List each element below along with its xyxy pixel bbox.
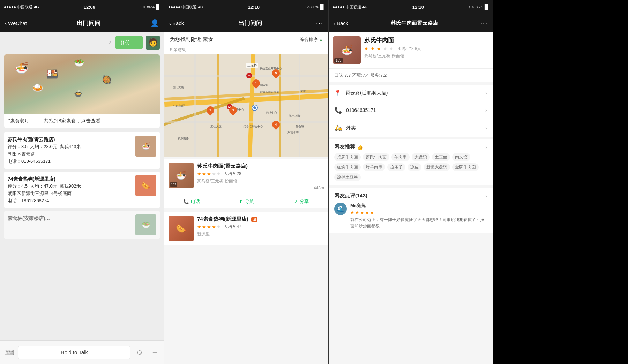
arrow-icon-2: ↑ xyxy=(304,5,306,9)
keyboard-button[interactable]: ⌨ xyxy=(3,346,15,359)
recommendations-arrow-icon[interactable]: › xyxy=(485,144,487,150)
reviewer-stars: ★ ★ ★ ★ ★ xyxy=(350,210,487,215)
s3-header-info: 苏氏牛肉面 ★ ★ ★ ★ ★ 143条 ¥28/人 亮马桥/三元桥 粉面馆 xyxy=(364,36,488,59)
action-phone-1[interactable]: 📞 电话 xyxy=(164,195,219,208)
back-button-2[interactable]: ‹ Back xyxy=(169,20,184,26)
tag-12[interactable]: 凉拌土豆丝 xyxy=(334,173,361,181)
restaurant-phone-2: 电话：18612868274 xyxy=(8,197,132,205)
tag-5[interactable]: 肉夹馍 xyxy=(452,153,470,161)
nav-more-2[interactable]: ··· xyxy=(316,20,323,27)
s2-card-2[interactable]: 🌭 74素食热狗(新源里店) 团 ★ ★ ★ ★ ★ 人均 ¥ 47 xyxy=(164,212,328,245)
chat-card[interactable]: 🍜 🍱 🥗 🍛 🥘 🍲 "素食餐厅" —— 共找到8家素食，点击查看 xyxy=(4,54,160,128)
arrow-icon-1: ↑ xyxy=(140,5,142,9)
carrier-1: 中国联通 xyxy=(17,5,32,10)
nav-right-1[interactable]: 👤 xyxy=(150,19,159,27)
map-label-7: 左家庄6区 xyxy=(173,104,185,108)
status-bar-3: 中国联通 4G 12:10 ↑ ⌾ 86% ▉ xyxy=(329,0,493,14)
time-3: 12:10 xyxy=(412,5,424,10)
hold-to-talk-button[interactable]: Hold to Talk xyxy=(18,346,130,359)
arrow-icon-3: ↑ xyxy=(469,5,470,9)
user-avatar: 🧑 xyxy=(146,36,160,50)
restaurant-item-1[interactable]: 苏氏牛肉面(霄云路店) 评分：3.5 人均：28.0元 离我443米 朝阳区霄云… xyxy=(4,132,160,169)
battery-icon-3: ▉ xyxy=(485,4,488,10)
s2-restaurant-name-1: 苏氏牛肉面(霄云路店) xyxy=(197,163,324,169)
address-row[interactable]: 📍 霄云路(近鹏润大厦) › xyxy=(329,85,493,101)
tag-3[interactable]: 大盘鸡 xyxy=(412,153,430,161)
network-3: 4G xyxy=(362,5,368,9)
s3-subtitle: 亮马桥/三元桥 粉面馆 xyxy=(364,53,488,59)
voice-bubble[interactable]: ((·)) xyxy=(115,36,143,49)
tag-2[interactable]: 羊肉串 xyxy=(391,153,410,161)
restaurant-info-2: 74素食热狗(新源里店) 评分：4.5 人均：47.0元 离我902米 朝阳区新… xyxy=(8,175,132,205)
restaurant-name-2: 74素食热狗(新源里店) xyxy=(8,175,132,183)
restaurant-details-2: 评分：4.5 人均：47.0元 离我902米 xyxy=(8,183,132,190)
tag-10[interactable]: 新疆大盘鸡 xyxy=(424,163,450,171)
bluetooth-icon-3: ⌾ xyxy=(472,5,474,9)
map-label-15: 蓝色海 xyxy=(296,124,304,128)
s2-thumb-2: 🌭 xyxy=(169,216,194,241)
network-2: 4G xyxy=(198,5,203,9)
more-icon-3: ··· xyxy=(480,20,488,27)
tag-9[interactable]: 凉皮 xyxy=(408,163,421,171)
bluetooth-icon-1: ⌾ xyxy=(143,5,145,9)
nav-more-3[interactable]: ··· xyxy=(480,20,488,27)
back-button-3[interactable]: ‹ Back xyxy=(334,20,348,26)
map-pin-4[interactable]: 4 xyxy=(272,121,280,128)
restaurant-thumb-3: 🥗 xyxy=(135,214,156,235)
tag-1[interactable]: 苏氏牛肉面 xyxy=(363,153,389,161)
map-label-10: 第一上海中 xyxy=(289,114,303,118)
map-pin-2[interactable]: 2 xyxy=(207,106,214,114)
nav-title-1: 出门问问 xyxy=(77,19,100,27)
tag-4[interactable]: 土豆丝 xyxy=(432,153,450,161)
result-tag[interactable]: 素食 xyxy=(203,36,213,42)
star2: ★ xyxy=(202,171,206,176)
s3-main-thumb: 🍜 103 xyxy=(333,36,361,64)
carrier-3: 中国联通 xyxy=(346,5,361,10)
map-pin-3[interactable]: 3 xyxy=(229,106,237,114)
signal-dots-1 xyxy=(4,6,16,8)
restaurant-thumb-2: 🌭 xyxy=(135,175,156,196)
add-button[interactable]: ＋ xyxy=(149,346,161,359)
back-button-1[interactable]: ‹ WeChat xyxy=(5,20,27,26)
reviews-arrow-icon[interactable]: › xyxy=(485,193,487,199)
restaurant-name-3: 素食林(安家楼店)… xyxy=(8,214,132,222)
tag-0[interactable]: 招牌牛肉面 xyxy=(334,153,361,161)
tag-8[interactable]: 拉条子 xyxy=(387,163,405,171)
tags-container: 招牌牛肉面 苏氏牛肉面 羊肉串 大盘鸡 土豆丝 肉夹馍 红烧牛肉面 烤羊肉串 拉… xyxy=(329,153,493,185)
nav-title-3: 苏氏牛肉面霄云路店 xyxy=(391,20,438,26)
battery-2: 86% xyxy=(311,5,319,9)
s2-price-1: 人均 ¥ 28 xyxy=(224,171,241,177)
share-action-icon-1: ↗ xyxy=(294,199,298,204)
screen3-body: 🍜 103 苏氏牛肉面 ★ ★ ★ ★ ★ 143条 ¥28/人 亮马桥/三元桥… xyxy=(329,32,493,364)
s2-card-1[interactable]: 🍜 103 苏氏牛肉面(霄云路店) ★ ★ ★ ★ ★ 人均 ¥ 28 亮马桥/… xyxy=(164,159,328,195)
recommendations-section-title: 网友推荐 👍 › xyxy=(329,139,493,153)
review-count: 143条 xyxy=(396,46,407,52)
status-bar-1: 中国联通 4G 12:09 ↑ ⌾ 86% ▉ xyxy=(0,0,164,14)
restaurant-item-2[interactable]: 74素食热狗(新源里店) 评分：4.5 人均：47.0元 离我902米 朝阳区新… xyxy=(4,172,160,208)
more-icon-2: ··· xyxy=(316,20,323,27)
s2-info-2: 74素食热狗(新源里店) 团 ★ ★ ★ ★ ★ 人均 ¥ 47 新源里 xyxy=(197,216,324,241)
map-area[interactable]: 三元桥 双盈嘉业商务中心 国际港 国门大厦 新恒基国际大厦 爱家 左家庄6区 天… xyxy=(164,54,328,157)
s3-header-card: 🍜 103 苏氏牛肉面 ★ ★ ★ ★ ★ 143条 ¥28/人 亮马桥/三元桥… xyxy=(329,32,493,69)
person-icon-1: 👤 xyxy=(150,19,159,27)
phone-row[interactable]: 📞 01064635171 › xyxy=(329,101,493,119)
map-pin-5[interactable]: 5 xyxy=(272,69,280,77)
delivery-row[interactable]: 🛵 外卖 › xyxy=(329,119,493,139)
result-prefix: 为您找到附近 xyxy=(170,36,201,42)
action-navigate-1[interactable]: ⬆ 导航 xyxy=(219,195,274,208)
restaurant-item-3[interactable]: 素食林(安家楼店)… 🥗 xyxy=(4,211,160,239)
screen1-body: 2" ((·)) 🧑 🍜 🍱 🥗 🍛 🥘 🍲 "素食餐厅" —— 共找到8家 xyxy=(0,32,164,340)
sort-button[interactable]: 综合排序 ▲ xyxy=(300,37,323,43)
emoji-button[interactable]: ☺ xyxy=(133,346,146,359)
s2-restaurant-name-2: 74素食热狗(新源里店) 团 xyxy=(197,216,324,222)
tag-11[interactable]: 金牌牛肉面 xyxy=(452,163,479,171)
action-share-1[interactable]: ↗ 分享 xyxy=(274,195,328,208)
divider-s2-1 xyxy=(164,208,328,210)
s3-stars-row: ★ ★ ★ ★ ★ 143条 ¥28/人 xyxy=(364,46,488,52)
map-pin-1[interactable]: 1 xyxy=(252,79,260,87)
tag-6[interactable]: 红烧牛肉面 xyxy=(334,163,361,171)
tag-7[interactable]: 烤羊肉串 xyxy=(363,163,385,171)
keyboard-icon: ⌨ xyxy=(4,348,14,357)
chat-card-text: "素食餐厅" —— 共找到8家素食，点击查看 xyxy=(4,114,160,128)
photo-count-badge: 103 xyxy=(334,58,343,63)
